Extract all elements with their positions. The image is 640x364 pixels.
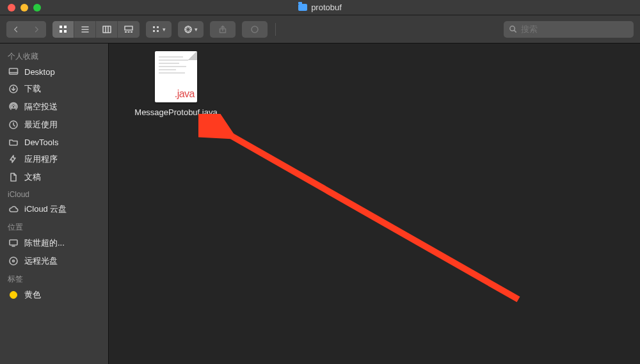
toolbar-divider [275, 23, 276, 36]
computer-icon [8, 238, 19, 248]
content-area[interactable]: .java MessageProtobuf.java [109, 44, 640, 364]
sidebar-item-documents[interactable]: 文稿 [0, 168, 108, 186]
chevron-down-icon: ▾ [163, 26, 166, 33]
svg-rect-2 [60, 30, 62, 33]
zoom-button[interactable] [33, 4, 41, 12]
sidebar-section-tags: 标签 [0, 270, 108, 286]
sidebar-item-airdrop[interactable]: 隔空投送 [0, 98, 108, 116]
sidebar-item-devtools[interactable]: DevTools [0, 134, 108, 150]
cloud-icon [8, 204, 19, 214]
sidebar-item-label: 最近使用 [24, 119, 58, 131]
search-input[interactable] [521, 24, 628, 34]
close-button[interactable] [8, 4, 15, 12]
svg-line-24 [221, 130, 518, 299]
file-item[interactable]: .java MessageProtobuf.java [134, 51, 218, 118]
sidebar-item-desktop[interactable]: Desktop [0, 63, 108, 80]
group-by-button[interactable]: ▾ [146, 21, 172, 38]
folder-icon [8, 137, 19, 147]
svg-rect-10 [157, 26, 159, 28]
sidebar-item-remote-disc[interactable]: 远程光盘 [0, 252, 108, 270]
titlebar: protobuf [0, 0, 640, 15]
svg-rect-17 [10, 68, 18, 74]
svg-point-23 [13, 260, 15, 262]
svg-rect-11 [153, 30, 155, 32]
sidebar-section-favorites: 个人收藏 [0, 47, 108, 63]
svg-rect-8 [131, 31, 132, 33]
window-controls [8, 4, 41, 12]
sidebar-item-recents[interactable]: 最近使用 [0, 116, 108, 134]
file-extension-badge: .java [175, 88, 195, 100]
window-title: protobuf [298, 3, 342, 12]
sidebar-item-label: DevTools [24, 138, 58, 147]
svg-rect-7 [128, 31, 130, 33]
minimize-button[interactable] [20, 4, 28, 12]
disc-icon [8, 256, 19, 266]
view-icons-button[interactable] [52, 21, 74, 38]
action-menu-button[interactable]: ▾ [178, 21, 204, 38]
file-name-label: MessageProtobuf.java [134, 107, 218, 118]
svg-rect-0 [60, 26, 62, 28]
svg-rect-4 [103, 26, 111, 33]
view-list-button[interactable] [74, 21, 96, 38]
svg-rect-3 [64, 30, 67, 33]
svg-rect-5 [125, 26, 132, 30]
sidebar-item-label: 隔空投送 [24, 101, 58, 113]
sidebar-item-tag-yellow[interactable]: 黄色 [0, 286, 108, 304]
back-button[interactable] [6, 21, 26, 38]
download-icon [8, 84, 19, 94]
sidebar-item-label: Desktop [24, 67, 55, 77]
view-gallery-button[interactable] [118, 21, 140, 38]
airdrop-icon [8, 102, 19, 112]
svg-rect-6 [125, 31, 127, 33]
sidebar-item-downloads[interactable]: 下载 [0, 80, 108, 98]
nav-buttons [6, 21, 46, 38]
java-file-icon: .java [155, 51, 197, 102]
sidebar-item-icloud-drive[interactable]: iCloud 云盘 [0, 200, 108, 218]
sidebar-section-locations: 位置 [0, 218, 108, 234]
svg-rect-1 [64, 26, 67, 28]
sidebar-item-label: 应用程序 [24, 154, 58, 165]
sidebar-item-label: 陈世超的... [24, 237, 65, 249]
chevron-down-icon: ▾ [195, 26, 198, 33]
svg-rect-9 [153, 26, 155, 28]
folder-icon [298, 4, 307, 11]
search-icon [509, 25, 517, 33]
sidebar-item-label: 远程光盘 [24, 255, 58, 267]
clock-icon [8, 120, 19, 130]
svg-rect-12 [157, 30, 159, 32]
body: 个人收藏 Desktop 下载 隔空投送 最近使用 DevTools [0, 44, 640, 364]
view-mode-segment [52, 21, 140, 38]
sidebar-item-label: 文稿 [24, 171, 41, 183]
sidebar-item-label: 下载 [24, 83, 41, 95]
sidebar-item-label: iCloud 云盘 [24, 203, 67, 215]
search-field[interactable] [504, 21, 634, 38]
desktop-icon [8, 67, 19, 77]
annotation-arrow [198, 114, 531, 319]
svg-rect-21 [10, 240, 17, 245]
sidebar-item-applications[interactable]: 应用程序 [0, 150, 108, 168]
sidebar-item-label: 黄色 [24, 289, 41, 301]
finder-window: protobuf ▾ ▾ [0, 0, 640, 364]
sidebar-section-icloud: iCloud [0, 186, 108, 200]
share-button[interactable] [210, 21, 236, 38]
svg-point-15 [252, 26, 258, 33]
apps-icon [8, 154, 19, 164]
svg-point-22 [10, 257, 17, 265]
svg-point-19 [12, 106, 15, 108]
view-columns-button[interactable] [96, 21, 118, 38]
tag-yellow-icon [8, 290, 19, 300]
toolbar: ▾ ▾ [0, 15, 640, 44]
tags-button[interactable] [242, 21, 268, 38]
document-icon [8, 172, 19, 182]
sidebar-item-computer[interactable]: 陈世超的... [0, 234, 108, 252]
title-text: protobuf [311, 3, 342, 12]
sidebar: 个人收藏 Desktop 下载 隔空投送 最近使用 DevTools [0, 44, 109, 364]
forward-button[interactable] [27, 21, 46, 38]
